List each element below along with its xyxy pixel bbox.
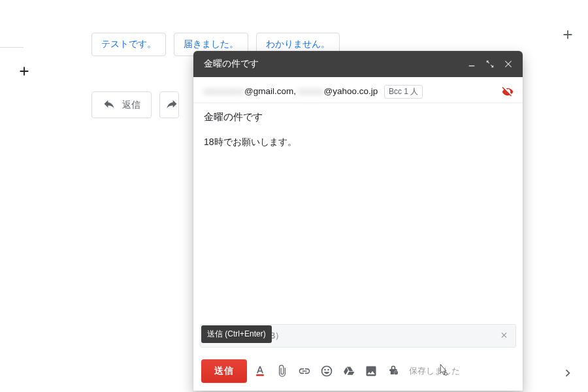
- fullscreen-icon[interactable]: [481, 55, 499, 73]
- attach-icon[interactable]: [276, 365, 289, 378]
- minimize-icon[interactable]: [463, 55, 481, 73]
- emoji-icon[interactable]: [320, 365, 333, 378]
- svg-rect-1: [256, 374, 264, 376]
- link-icon[interactable]: [298, 365, 311, 378]
- image-icon[interactable]: [365, 365, 378, 378]
- svg-rect-0: [469, 65, 475, 66]
- close-icon[interactable]: [499, 55, 517, 73]
- compose-title: 金曜の件です: [204, 58, 259, 70]
- confidential-icon[interactable]: [387, 365, 400, 378]
- forward-icon: [165, 97, 178, 112]
- compose-window: 金曜の件です xxxxxxxx@gmail.com, xxxxx@yahoo.c…: [193, 51, 523, 391]
- left-add-button[interactable]: [17, 64, 31, 78]
- bcc-chip[interactable]: Bcc 1 人: [384, 85, 423, 99]
- formatting-icon[interactable]: [253, 365, 267, 378]
- recipient-hidden: xxxxx: [299, 86, 324, 96]
- compose-header[interactable]: 金曜の件です: [193, 51, 523, 77]
- reply-button[interactable]: 返信: [91, 91, 152, 118]
- smart-reply-chip[interactable]: テストです。: [91, 33, 166, 56]
- reply-label: 返信: [122, 99, 140, 111]
- recipients-row[interactable]: xxxxxxxx@gmail.com, xxxxx@yahoo.co.jp Bc…: [193, 77, 523, 103]
- left-divider: [0, 47, 24, 48]
- send-tooltip: 送信 (Ctrl+Enter): [201, 325, 272, 343]
- sidepanel-add-button[interactable]: [561, 27, 575, 44]
- message-body[interactable]: 18時でお願いします。: [193, 127, 523, 324]
- recipient-hidden: xxxxxxxx: [204, 86, 244, 96]
- recipient-text: @gmail.com,: [244, 86, 299, 96]
- save-status: 保存しました: [409, 366, 460, 377]
- confidential-off-icon[interactable]: [502, 85, 514, 99]
- drive-icon[interactable]: [342, 365, 355, 378]
- sidepanel-collapse-button[interactable]: [561, 366, 575, 382]
- send-button[interactable]: 送信: [201, 359, 247, 383]
- forward-button[interactable]: [159, 91, 179, 118]
- reply-icon: [103, 97, 116, 112]
- compose-footer: 送信 保存しました: [193, 353, 523, 391]
- subject-field[interactable]: 金曜の件です: [193, 103, 523, 127]
- recipient-text: @yahoo.co.jp: [323, 86, 378, 96]
- remove-attachment-icon[interactable]: [498, 329, 510, 344]
